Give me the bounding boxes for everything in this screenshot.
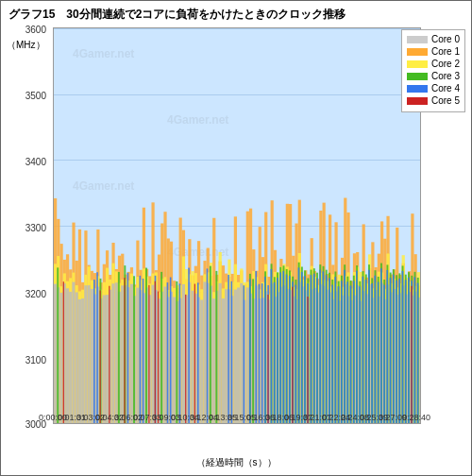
svg-rect-281 [283,271,285,423]
svg-rect-488 [408,278,410,423]
legend-label-core5: Core 5 [431,95,460,106]
svg-rect-103 [143,279,144,423]
svg-rect-373 [338,286,340,423]
svg-rect-234 [252,279,254,423]
svg-rect-408 [359,286,361,423]
svg-rect-138 [170,278,172,423]
svg-rect-428 [371,283,373,423]
y-tick-3300: 3300 [1,223,46,233]
svg-rect-291 [289,276,291,423]
svg-rect-499 [414,277,416,423]
legend-color-core5 [407,97,428,105]
svg-rect-388 [346,281,348,423]
svg-rect-149 [179,283,181,423]
legend-color-core3 [407,73,428,80]
legend-label-core0: Core 0 [431,34,460,44]
svg-rect-297 [292,287,293,423]
svg-rect-413 [362,277,364,423]
svg-rect-261 [271,269,273,423]
svg-rect-215 [237,287,240,423]
legend-item-core1: Core 1 [407,46,460,57]
legend-item-core4: Core 4 [407,83,460,94]
svg-rect-163 [192,291,194,423]
svg-rect-88 [130,284,133,423]
svg-rect-85 [127,273,129,423]
svg-rect-246 [261,283,263,423]
y-tick-3400: 3400 [1,157,46,167]
legend-color-core4 [407,85,428,93]
chart-container: グラフ15 30分間連続で2コアに負荷をかけたときのクロック推移 （MHz） 3… [0,0,472,476]
svg-rect-256 [267,295,268,423]
svg-rect-348 [323,271,325,423]
svg-rect-238 [255,271,257,423]
svg-rect-338 [316,278,318,423]
svg-rect-119 [155,281,156,423]
y-tick-3500: 3500 [1,91,46,101]
svg-rect-174 [200,300,203,423]
svg-rect-195 [219,283,222,423]
svg-rect-242 [259,284,261,423]
svg-rect-13 [63,281,64,423]
svg-rect-192 [215,271,217,423]
svg-rect-53 [100,290,101,423]
svg-rect-483 [405,280,407,423]
svg-rect-368 [334,277,336,423]
svg-rect-111 [148,285,149,423]
svg-rect-443 [380,268,382,423]
svg-rect-130 [163,286,166,423]
svg-rect-63 [109,286,110,423]
svg-rect-286 [286,275,288,423]
svg-rect-160 [188,268,190,423]
svg-rect-317 [304,276,306,423]
svg-rect-302 [295,285,296,423]
svg-rect-177 [203,281,206,423]
svg-rect-458 [390,278,392,423]
legend-item-core3: Core 3 [407,71,460,81]
svg-rect-44 [93,280,95,423]
legend-item-core2: Core 2 [407,59,460,69]
svg-rect-48 [96,272,98,423]
svg-rect-494 [411,286,412,423]
svg-rect-276 [279,272,281,423]
svg-rect-478 [402,271,404,423]
y-tick-3600: 3600 [1,25,46,35]
svg-rect-383 [344,270,346,423]
legend-item-core5: Core 5 [407,95,460,106]
svg-rect-185 [210,266,211,423]
svg-rect-403 [356,271,358,423]
grid-3000 [54,423,420,424]
svg-rect-73 [118,272,120,423]
legend-color-core1 [407,48,428,56]
svg-rect-271 [277,278,278,423]
svg-rect-25 [76,292,78,423]
svg-rect-473 [398,279,400,423]
x-ticks-row: 0:00:00 0:01:31 0:03:02 0:04:32 0:06:02 … [53,434,471,449]
chart-area: 4Gamer.net 4Gamer.net 4Gamer.net 4Gamer.… [53,27,421,424]
svg-rect-156 [185,295,186,423]
svg-rect-152 [182,284,185,423]
svg-rect-31 [81,298,84,423]
svg-rect-323 [307,297,308,423]
svg-rect-95 [136,288,139,423]
chart-title: グラフ15 30分間連続で2コアに負荷をかけたときのクロック推移 [8,7,346,23]
legend-item-core0: Core 0 [407,34,460,44]
svg-rect-145 [176,281,177,423]
svg-rect-59 [106,295,109,423]
svg-rect-201 [225,289,228,423]
svg-rect-218 [240,283,243,423]
svg-rect-225 [246,287,249,423]
svg-rect-28 [78,299,81,423]
svg-rect-40 [91,289,93,423]
svg-rect-398 [353,280,355,423]
legend: Core 0 Core 1 Core 2 Core 3 Core 4 Core … [401,29,465,112]
svg-rect-69 [115,282,118,423]
svg-rect-127 [160,272,162,423]
legend-label-core4: Core 4 [431,83,460,94]
svg-rect-167 [194,284,195,423]
svg-rect-81 [124,278,125,423]
svg-rect-423 [368,270,370,423]
svg-rect-438 [378,282,379,423]
svg-rect-418 [365,280,367,423]
legend-label-core1: Core 1 [431,46,460,57]
legend-label-core3: Core 3 [431,71,460,81]
